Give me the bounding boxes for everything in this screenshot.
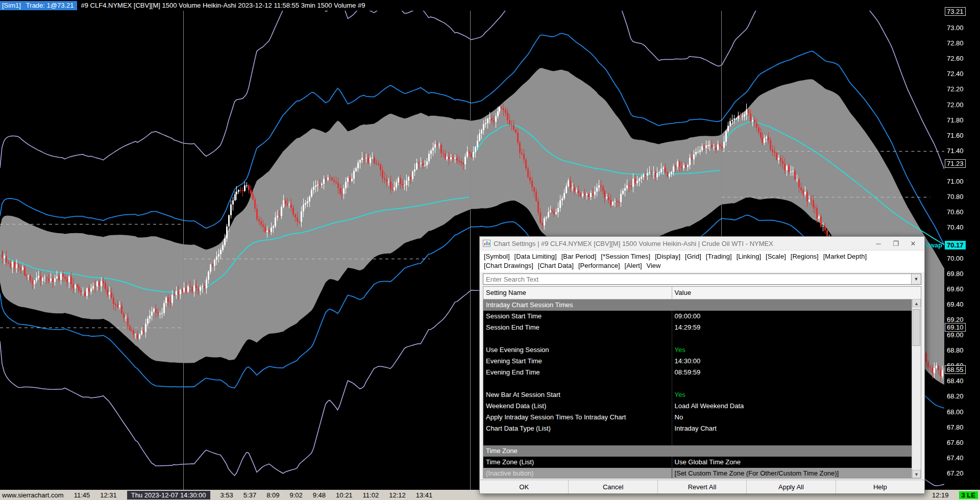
time-label: 8:09 bbox=[266, 491, 279, 499]
dialog-title: Chart Settings | #9 CLF4.NYMEX [CBV][M] … bbox=[494, 240, 870, 247]
time-label: 9:48 bbox=[313, 491, 326, 499]
price-tick: 70.60 bbox=[947, 208, 964, 216]
price-marker-70-17: 70.17 bbox=[945, 241, 966, 249]
setting-value[interactable]: Use Global Time Zone bbox=[672, 457, 912, 468]
dialog-menu-bar: [Symbol][Data Limiting][Bar Period][*Ses… bbox=[480, 250, 924, 272]
menu-item-chart-data[interactable]: [Chart Data] bbox=[538, 262, 574, 269]
chart-title: #9 CLF4.NYMEX [CBV][M] 1500 Volume Heiki… bbox=[81, 2, 365, 9]
menu-item-session-times[interactable]: [*Session Times] bbox=[601, 253, 650, 260]
setting-name: Intraday Chart Session Times bbox=[483, 299, 672, 311]
setting-row-apply-intraday-session-times-to-intraday-chart[interactable]: Apply Intraday Session Times To Intraday… bbox=[483, 412, 912, 423]
setting-value[interactable]: Yes bbox=[672, 344, 912, 356]
spacer-row bbox=[483, 434, 912, 445]
setting-value[interactable]: 14:30:00 bbox=[672, 356, 912, 367]
maximize-icon[interactable]: ❐ bbox=[888, 240, 904, 247]
time-label: 9:02 bbox=[289, 491, 302, 499]
setting-name bbox=[483, 378, 672, 389]
setting-value: [Set Custom Time Zone (For Other/Custom … bbox=[672, 468, 912, 478]
setting-value bbox=[672, 378, 912, 389]
chevron-down-icon[interactable]: ▼ bbox=[911, 274, 921, 284]
close-icon[interactable]: ✕ bbox=[905, 240, 921, 247]
scroll-up-icon[interactable]: ▲ bbox=[912, 299, 921, 307]
section-header-intraday-chart-session-times: Intraday Chart Session Times bbox=[483, 299, 912, 311]
menu-item-trading[interactable]: [Trading] bbox=[706, 253, 732, 260]
section-header-time-zone: Time Zone bbox=[483, 445, 912, 457]
price-tick: 71.40 bbox=[947, 147, 964, 155]
ok-button[interactable]: OK bbox=[480, 480, 569, 493]
column-header-setting-name: Setting Name bbox=[483, 287, 672, 299]
minimize-icon[interactable]: ─ bbox=[870, 240, 887, 247]
setting-row-chart-data-type-list[interactable]: Chart Data Type (List)Intraday Chart bbox=[483, 423, 912, 434]
setting-row-weekend-data-list[interactable]: Weekend Data (List)Load All Weekend Data bbox=[483, 401, 912, 412]
setting-row-time-zone-list[interactable]: Time Zone (List)Use Global Time Zone bbox=[483, 457, 912, 468]
menu-item-chart-drawings[interactable]: [Chart Drawings] bbox=[484, 262, 533, 269]
setting-value[interactable]: Intraday Chart bbox=[672, 423, 912, 434]
chart-settings-icon bbox=[483, 240, 491, 247]
time-label: 3:53 bbox=[220, 491, 233, 499]
setting-name: Evening Start Time bbox=[483, 356, 672, 367]
setting-row-session-start-time[interactable]: Session Start Time09:00:00 bbox=[483, 311, 912, 322]
price-tick: 71.80 bbox=[947, 116, 964, 124]
setting-name bbox=[483, 434, 672, 445]
price-tick: 72.80 bbox=[947, 39, 964, 47]
menu-item-performance[interactable]: [Performance] bbox=[578, 262, 620, 269]
setting-name: (Inactive button) bbox=[483, 468, 672, 478]
setting-row-new-bar-at-session-start[interactable]: New Bar At Session StartYes bbox=[483, 389, 912, 401]
setting-row-inactive-button: (Inactive button)[Set Custom Time Zone (… bbox=[483, 468, 912, 478]
setting-value bbox=[672, 434, 912, 445]
scroll-down-icon[interactable]: ▼ bbox=[912, 470, 921, 478]
menu-item-grid[interactable]: [Grid] bbox=[685, 253, 701, 260]
setting-row-session-end-time[interactable]: Session End Time14:29:59 bbox=[483, 322, 912, 333]
price-marker-73-21: 73.21 bbox=[945, 7, 966, 16]
price-scale[interactable]: 73.0072.8072.6072.4072.2072.0071.8071.60… bbox=[944, 11, 980, 490]
selected-bar-datetime: Thu 2023-12-07 14:30:00 bbox=[127, 491, 210, 499]
menu-item-bar-period[interactable]: [Bar Period] bbox=[561, 253, 597, 260]
time-label: 12:19 bbox=[932, 491, 949, 499]
price-tick: 70.40 bbox=[947, 223, 964, 231]
setting-value[interactable]: Load All Weekend Data bbox=[672, 401, 912, 412]
menu-item-data-limiting[interactable]: [Data Limiting] bbox=[514, 253, 557, 260]
menu-item-symbol[interactable]: [Symbol] bbox=[484, 253, 510, 260]
vwap-line-label: Vwap bbox=[925, 241, 942, 249]
setting-name: Use Evening Session bbox=[483, 344, 672, 356]
menu-item-view[interactable]: View bbox=[647, 262, 661, 269]
menu-item-display[interactable]: [Display] bbox=[655, 253, 680, 260]
settings-table: Setting Name Value Intraday Chart Sessio… bbox=[483, 286, 921, 479]
setting-name: Chart Data Type (List) bbox=[483, 423, 672, 434]
price-tick: 70.80 bbox=[947, 193, 964, 201]
spacer-row bbox=[483, 378, 912, 389]
setting-row-use-evening-session[interactable]: Use Evening SessionYes bbox=[483, 344, 912, 356]
setting-value[interactable]: 09:00:00 bbox=[672, 311, 912, 322]
time-label: 5:37 bbox=[243, 491, 256, 499]
time-label: 12:12 bbox=[389, 491, 406, 499]
price-tick: 71.00 bbox=[947, 178, 964, 185]
help-button[interactable]: Help bbox=[836, 480, 924, 493]
price-tick: 69.00 bbox=[947, 331, 964, 339]
menu-item-regions[interactable]: [Regions] bbox=[791, 253, 819, 260]
setting-row-evening-start-time[interactable]: Evening Start Time14:30:00 bbox=[483, 356, 912, 367]
setting-value[interactable]: 14:29:59 bbox=[672, 322, 912, 333]
scrollbar-thumb[interactable] bbox=[913, 309, 920, 346]
menu-item-linking[interactable]: [Linking] bbox=[737, 253, 761, 260]
search-input[interactable] bbox=[483, 274, 911, 284]
position-status-badge: 3 LE bbox=[959, 491, 978, 499]
price-tick: 67.40 bbox=[947, 454, 964, 462]
revert-all-button[interactable]: Revert All bbox=[658, 480, 747, 493]
column-header-value: Value bbox=[672, 287, 912, 299]
settings-scrollbar[interactable]: ▲ ▼ bbox=[912, 299, 921, 478]
sim-account-label: [Sim1] bbox=[2, 2, 21, 9]
setting-name: Time Zone bbox=[483, 445, 672, 457]
setting-row-evening-end-time[interactable]: Evening End Time08:59:59 bbox=[483, 367, 912, 378]
setting-value[interactable]: 08:59:59 bbox=[672, 367, 912, 378]
time-label: 13:41 bbox=[416, 491, 433, 499]
setting-value[interactable]: Yes bbox=[672, 389, 912, 401]
setting-value[interactable]: No bbox=[672, 412, 912, 423]
cancel-button[interactable]: Cancel bbox=[569, 480, 657, 493]
menu-item-market-depth[interactable]: [Market Depth] bbox=[823, 253, 867, 260]
apply-all-button[interactable]: Apply All bbox=[747, 480, 836, 493]
setting-value bbox=[672, 299, 912, 311]
menu-item-alert[interactable]: [Alert] bbox=[625, 262, 642, 269]
dialog-title-bar[interactable]: Chart Settings | #9 CLF4.NYMEX [CBV][M] … bbox=[480, 237, 924, 250]
chart-header-bar: [Sim1] Trade: 1@73.21 #9 CLF4.NYMEX [CBV… bbox=[0, 0, 980, 11]
menu-item-scale[interactable]: [Scale] bbox=[766, 253, 786, 260]
